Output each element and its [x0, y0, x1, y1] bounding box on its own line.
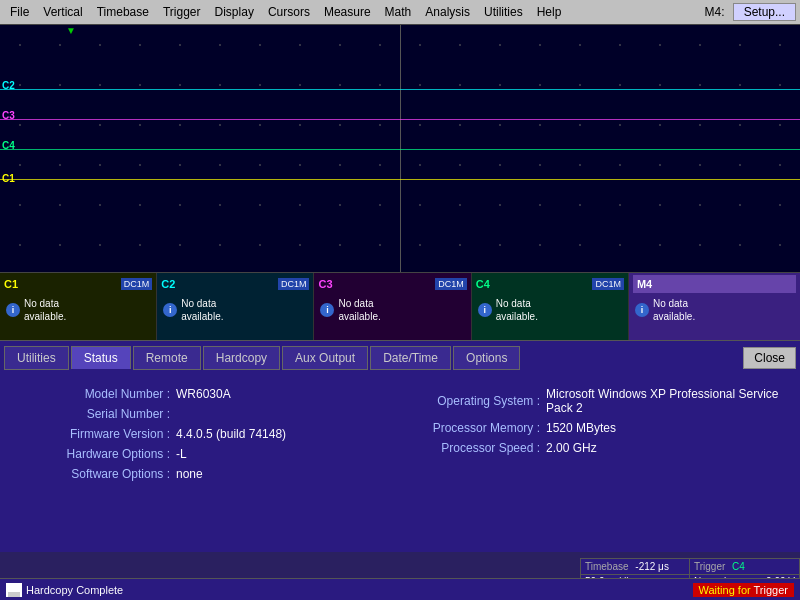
firmware-label: Firmware Version :: [20, 427, 170, 441]
menu-trigger[interactable]: Trigger: [157, 3, 207, 21]
waiting-badge: Waiting for Trigger: [693, 583, 794, 597]
waiting-text: Waiting for: [699, 584, 751, 596]
ch1-flatline: [0, 179, 800, 180]
ch4-name: C4: [476, 278, 490, 290]
ch3-flatline: [0, 119, 800, 120]
ch1-name: C1: [4, 278, 18, 290]
ch4-no-data: No dataavailable.: [496, 297, 538, 323]
channel-status-area: C1 DC1M i No dataavailable. C2 DC1M i No…: [0, 272, 800, 340]
close-button[interactable]: Close: [743, 347, 796, 369]
ch2-no-data: No dataavailable.: [181, 297, 223, 323]
tab-utilities[interactable]: Utilities: [4, 346, 69, 370]
ch4-info-icon: i: [478, 303, 492, 317]
ch1-info-icon: i: [6, 303, 20, 317]
ch2-bar: C2 DC1M i No dataavailable.: [157, 273, 314, 340]
menu-vertical[interactable]: Vertical: [37, 3, 88, 21]
m4-no-data: No dataavailable.: [653, 297, 695, 323]
timebase-label: Timebase: [585, 561, 629, 572]
ch4-dc1m: DC1M: [592, 278, 624, 290]
ch3-dc1m: DC1M: [435, 278, 467, 290]
trigger-ch: C4: [732, 561, 745, 572]
timebase-cell: Timebase -212 μs: [581, 559, 690, 574]
trigger-label-bottom: Trigger: [754, 584, 788, 596]
ch2-flatline: [0, 89, 800, 90]
status-left-col: Model Number : WR6030A Serial Number : F…: [20, 384, 390, 484]
tab-remote[interactable]: Remote: [133, 346, 201, 370]
menu-utilities[interactable]: Utilities: [478, 3, 529, 21]
ch4-flatline: [0, 149, 800, 150]
tab-status[interactable]: Status: [71, 346, 131, 369]
os-label: Operating System :: [410, 394, 540, 408]
model-row: Model Number : WR6030A: [20, 384, 390, 404]
hw-options-label: Hardware Options :: [20, 447, 170, 461]
ch2-dc1m: DC1M: [278, 278, 310, 290]
trigger-label: Trigger: [694, 561, 725, 572]
menu-bar: File Vertical Timebase Trigger Display C…: [0, 0, 800, 24]
trigger-cell: Trigger C4: [690, 559, 799, 574]
ch4-bar: C4 DC1M i No dataavailable.: [472, 273, 629, 340]
menu-timebase[interactable]: Timebase: [91, 3, 155, 21]
channel-bars: C1 DC1M i No dataavailable. C2 DC1M i No…: [0, 272, 800, 340]
serial-row: Serial Number :: [20, 404, 390, 424]
proc-mem-label: Processor Memory :: [410, 421, 540, 435]
bottom-bar: Hardcopy Complete Waiting for Trigger: [0, 578, 800, 600]
sw-options-row: Software Options : none: [20, 464, 390, 484]
tab-options[interactable]: Options: [453, 346, 520, 370]
m4-label: M4:: [699, 3, 731, 21]
menu-measure[interactable]: Measure: [318, 3, 377, 21]
firmware-row: Firmware Version : 4.4.0.5 (build 74148): [20, 424, 390, 444]
serial-label: Serial Number :: [20, 407, 170, 421]
status-right-col: Operating System : Microsoft Windows XP …: [410, 384, 780, 484]
tab-datetime[interactable]: Date/Time: [370, 346, 451, 370]
proc-speed-row: Processor Speed : 2.00 GHz: [410, 438, 780, 458]
sw-options-label: Software Options :: [20, 467, 170, 481]
m4-name: M4: [637, 278, 652, 290]
ch1-no-data: No dataavailable.: [24, 297, 66, 323]
ch1-dc1m: DC1M: [121, 278, 153, 290]
ch2-name: C2: [161, 278, 175, 290]
setup-button[interactable]: Setup...: [733, 3, 796, 21]
scope-display: C2 C3 C4 C1 ▼: [0, 24, 800, 272]
ch3-no-data: No dataavailable.: [338, 297, 380, 323]
firmware-value: 4.4.0.5 (build 74148): [176, 427, 286, 441]
os-row: Operating System : Microsoft Windows XP …: [410, 384, 780, 418]
tab-aux-output[interactable]: Aux Output: [282, 346, 368, 370]
ch3-bar: C3 DC1M i No dataavailable.: [314, 273, 471, 340]
hardcopy-complete-text: Hardcopy Complete: [26, 584, 123, 596]
hw-options-row: Hardware Options : -L: [20, 444, 390, 464]
hw-options-value: -L: [176, 447, 187, 461]
proc-mem-row: Processor Memory : 1520 MBytes: [410, 418, 780, 438]
timebase-value: -212 μs: [635, 561, 669, 572]
menu-file[interactable]: File: [4, 3, 35, 21]
m4-info-icon: i: [635, 303, 649, 317]
status-grid: Model Number : WR6030A Serial Number : F…: [20, 384, 780, 484]
proc-mem-value: 1520 MBytes: [546, 421, 616, 435]
printer-icon: [6, 583, 22, 597]
proc-speed-value: 2.00 GHz: [546, 441, 597, 455]
menu-cursors[interactable]: Cursors: [262, 3, 316, 21]
model-value: WR6030A: [176, 387, 231, 401]
sw-options-value: none: [176, 467, 203, 481]
ch3-name: C3: [318, 278, 332, 290]
model-label: Model Number :: [20, 387, 170, 401]
menu-display[interactable]: Display: [209, 3, 260, 21]
ch1-bar: C1 DC1M i No dataavailable.: [0, 273, 157, 340]
tab-hardcopy[interactable]: Hardcopy: [203, 346, 280, 370]
menu-analysis[interactable]: Analysis: [419, 3, 476, 21]
os-value: Microsoft Windows XP Professional Servic…: [546, 387, 780, 415]
status-panel: Model Number : WR6030A Serial Number : F…: [0, 374, 800, 552]
ch3-info-icon: i: [320, 303, 334, 317]
menu-help[interactable]: Help: [531, 3, 568, 21]
tabs-row: Utilities Status Remote Hardcopy Aux Out…: [0, 340, 800, 374]
trigger-arrow: ▼: [66, 25, 76, 36]
m4-bar: M4 i No dataavailable.: [629, 273, 800, 340]
menu-math[interactable]: Math: [379, 3, 418, 21]
ch2-info-icon: i: [163, 303, 177, 317]
proc-speed-label: Processor Speed :: [410, 441, 540, 455]
